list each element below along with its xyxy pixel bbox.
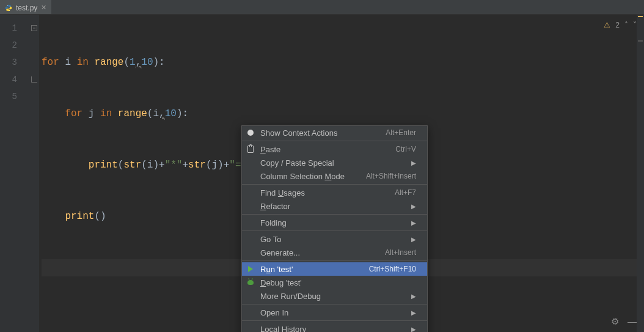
warning-count: 2	[615, 21, 620, 29]
menu-item-open-in[interactable]: Open In▶	[242, 306, 427, 319]
menu-separator	[242, 231, 427, 231]
menu-item-goto[interactable]: Go To▶	[242, 232, 427, 246]
code-line[interactable]: for i in range(1,10):	[42, 54, 644, 71]
menu-item-local-history[interactable]: Local History▶	[242, 322, 427, 332]
line-number-gutter: 1 2 3 4 5	[0, 15, 29, 332]
menu-separator	[242, 214, 427, 215]
menu-item-folding[interactable]: Folding▶	[242, 216, 427, 229]
menu-item-refactor[interactable]: Refactor▶	[242, 199, 427, 213]
line-number: 1	[0, 20, 29, 37]
submenu-arrow-icon: ▶	[411, 236, 416, 243]
menu-item-run[interactable]: Run 'test'Ctrl+Shift+F10	[242, 262, 427, 276]
settings-icon[interactable]: ⚙	[611, 316, 619, 327]
menu-separator	[242, 184, 427, 185]
submenu-arrow-icon: ▶	[411, 160, 416, 166]
fold-end-icon	[31, 76, 37, 83]
submenu-arrow-icon: ▶	[411, 293, 416, 300]
line-number: 4	[0, 71, 29, 88]
bug-icon	[247, 280, 254, 285]
submenu-arrow-icon: ▶	[411, 309, 416, 316]
error-stripe	[637, 15, 644, 332]
tab-filename: test.py	[16, 4, 37, 12]
menu-item-debug[interactable]: Debug 'test'	[242, 276, 427, 289]
menu-item-more-run-debug[interactable]: More Run/Debug▶	[242, 289, 427, 303]
menu-item-copy-paste-special[interactable]: Copy / Paste Special▶	[242, 156, 427, 169]
menu-item-generate[interactable]: Generate...Alt+Insert	[242, 246, 427, 259]
file-tab[interactable]: test.py ✕	[0, 0, 51, 14]
svg-point-1	[9, 10, 10, 10]
submenu-arrow-icon: ▶	[411, 203, 416, 210]
bulb-icon	[247, 130, 254, 136]
clipboard-icon	[247, 146, 254, 153]
tab-bar: test.py ✕	[0, 0, 644, 15]
submenu-arrow-icon: ▶	[411, 326, 416, 333]
menu-separator	[242, 141, 427, 141]
menu-item-context-actions[interactable]: Show Context ActionsAlt+Enter	[242, 126, 427, 139]
menu-separator	[242, 304, 427, 304]
fold-gutter	[29, 15, 39, 332]
warning-marker[interactable]	[638, 16, 643, 17]
horizontal-bars-icon[interactable]: ―	[628, 316, 637, 327]
context-menu: Show Context ActionsAlt+Enter PasteCtrl+…	[241, 125, 428, 332]
warning-icon: ⚠	[604, 21, 610, 29]
chevron-up-icon[interactable]: ˄	[624, 21, 628, 29]
menu-item-find-usages[interactable]: Find UsagesAlt+F7	[242, 186, 427, 199]
code-line[interactable]: for j in range(i,10):	[42, 105, 644, 122]
svg-point-0	[7, 5, 8, 6]
menu-separator	[242, 320, 427, 321]
line-number: 3	[0, 54, 29, 71]
menu-separator	[242, 260, 427, 261]
inspection-widget[interactable]: ⚠ 2 ˄ ˅	[604, 21, 637, 29]
change-marker[interactable]	[638, 40, 643, 42]
submenu-arrow-icon: ▶	[411, 219, 416, 226]
line-number: 2	[0, 37, 29, 54]
line-number: 5	[0, 88, 29, 105]
chevron-down-icon[interactable]: ˅	[633, 21, 637, 29]
fold-toggle-icon[interactable]	[31, 25, 37, 31]
close-tab-icon[interactable]: ✕	[41, 4, 46, 12]
status-bar-right: ⚙ ―	[611, 316, 637, 327]
menu-item-paste[interactable]: PasteCtrl+V	[242, 142, 427, 156]
menu-item-column-selection[interactable]: Column Selection ModeAlt+Shift+Insert	[242, 169, 427, 183]
python-file-icon	[5, 4, 12, 12]
run-icon	[248, 266, 253, 272]
